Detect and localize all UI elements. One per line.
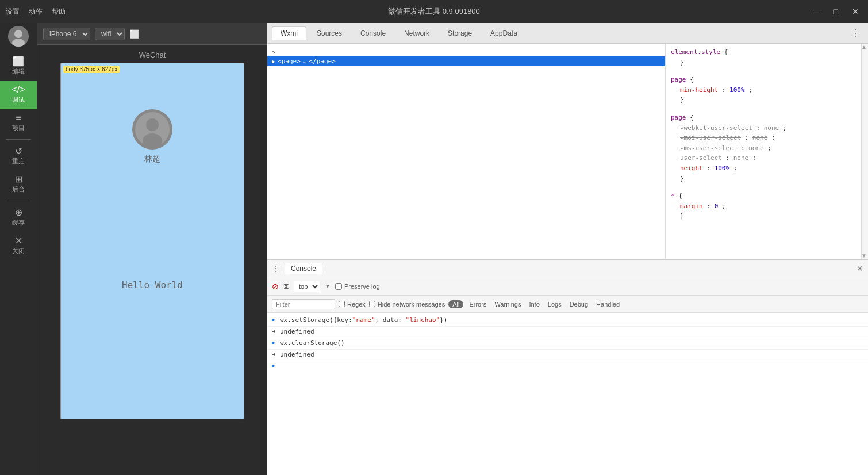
hide-network-checkbox[interactable] [369,301,375,307]
console-entry-0: ▶ wx.setStorage({key:"name", data: "linc… [267,315,868,327]
filter-all-badge[interactable]: All [448,300,463,308]
user-name: 林超 [144,154,160,164]
maximize-button[interactable]: □ [830,6,842,17]
sidebar-label-backend: 后台 [12,185,25,194]
css-prop-margin: margin : 0 ; [671,201,857,212]
devtools-panel: Wxml Sources Console Network Storage App… [267,23,868,475]
scroll-down-arrow[interactable]: ▼ [861,252,867,259]
console-tab-label[interactable]: Console [285,263,322,274]
console-entry-text-0: wx.setStorage({key:"name", data: "lincha… [280,316,447,324]
devtools-top-tabs: Wxml Sources Console Network Storage App… [267,23,868,44]
css-prop-min-height: min-height : 100% ; [671,85,857,95]
hide-network-checkbox-label[interactable]: Hide network messages [369,301,445,308]
filter-info-badge[interactable]: Info [527,300,541,308]
backend-icon: ⊞ [15,175,22,184]
tab-storage[interactable]: Storage [440,27,480,40]
css-prop-moz-user-select: -moz-user-select : none ; [671,133,857,143]
console-entry-text-2: wx.clearStorage() [280,339,345,347]
main-container: ⬜ 编辑 </> 调试 ≡ 项目 ↺ 重启 ⊞ 后台 ⊕ 缓存 [0,23,868,475]
sidebar-item-restart[interactable]: ↺ 重启 [0,142,37,170]
preserve-log-text: Preserve log [344,283,380,290]
regex-checkbox-label[interactable]: Regex [339,301,366,308]
sidebar-item-debug[interactable]: </> 调试 [0,81,37,109]
filter-errors-badge[interactable]: Errors [467,300,489,308]
avatar[interactable] [8,26,29,47]
sidebar-item-close[interactable]: ✕ 关闭 [0,232,37,260]
tab-network[interactable]: Network [396,27,437,40]
console-close-button[interactable]: ✕ [857,264,863,273]
cache-icon: ⊕ [15,208,22,217]
sidebar-item-backend[interactable]: ⊞ 后台 [0,170,37,198]
console-return-icon-0: ◀ [272,328,278,334]
screenshot-icon[interactable]: ⬜ [129,29,139,39]
filter-warnings-badge[interactable]: Warnings [492,300,523,308]
console-input-icon-0: ▶ [272,316,278,323]
sidebar-item-cache[interactable]: ⊕ 缓存 [0,204,37,232]
css-rule-page-1-close: } [671,95,857,105]
dom-expand-icon: ▶ [272,58,275,64]
css-prop-webkit-user-select: -webkit-user-select : none ; [671,123,857,133]
network-select[interactable]: wifi [95,28,125,40]
css-rule-star-close: } [671,211,857,221]
sidebar-item-inspector[interactable]: ⬜ 编辑 [0,52,37,81]
user-avatar [132,109,172,150]
devtools-more-button[interactable]: ⋮ [847,26,863,40]
console-prompt-icon: ▶ [272,362,278,369]
filter-logs-badge[interactable]: Logs [546,300,564,308]
dom-selected-row[interactable]: ▶ < page > … </ page > [267,56,665,66]
console-entry-text-3: undefined [280,351,314,358]
dom-cursor-row: ↖ [267,46,665,56]
close-button[interactable]: ✕ [848,6,862,17]
svg-point-1 [14,30,22,38]
css-prop-user-select: user-select : none ; [671,153,857,163]
tab-wxml[interactable]: Wxml [272,26,306,40]
minimize-button[interactable]: ─ [811,6,823,17]
console-content: ▶ wx.setStorage({key:"name", data: "linc… [267,313,868,475]
device-select[interactable]: iPhone 6 [43,28,90,40]
console-menu-icon[interactable]: ⋮ [272,264,280,273]
window-controls: ─ □ ✕ [811,6,862,17]
cursor-arrow-icon: ↖ [272,47,276,55]
scroll-up-arrow[interactable]: ▲ [861,44,867,50]
menu-bar: 设置 动作 帮助 [6,7,66,17]
title-bar: 设置 动作 帮助 微信开发者工具 0.9.091800 ─ □ ✕ [0,0,868,23]
sidebar-item-project[interactable]: ≡ 项目 [0,109,37,137]
dom-scrollbar[interactable]: ▲ ▼ [861,44,868,259]
close-sidebar-icon: ✕ [15,236,22,246]
regex-label: Regex [347,301,366,308]
sidebar-label-inspector: 编辑 [12,67,25,76]
phone-area: iPhone 6 wifi ⬜ WeChat body 375px × 627p… [37,23,267,475]
preserve-log-checkbox[interactable] [335,283,342,290]
phone-screen-wrapper: WeChat body 375px × 627px 林超 Hello World [55,45,250,475]
phone-screen-title: WeChat [139,51,166,59]
css-styles-panel: element.style { } page { min-height : 10… [666,44,861,259]
css-prop-ms-user-select: -ms-user-select : none ; [671,143,857,154]
stop-recording-icon[interactable]: ⊘ [272,282,279,291]
preserve-log-checkbox-label[interactable]: Preserve log [335,283,380,290]
phone-screen: body 375px × 627px 林超 Hello World [60,63,244,419]
project-icon: ≡ [16,113,21,122]
debug-icon: </> [11,85,25,94]
console-prompt-line: ▶ [267,361,868,370]
filter-handled-badge[interactable]: Handled [594,300,622,308]
filter-icon[interactable]: ⧗ [283,281,289,291]
console-filter-input[interactable] [272,299,335,309]
console-entry-1: ◀ undefined [267,327,868,338]
menu-actions[interactable]: 动作 [29,7,43,17]
tab-console-top[interactable]: Console [352,27,394,40]
console-return-icon-1: ◀ [272,351,278,357]
phone-avatar-area: 林超 [132,109,172,164]
regex-checkbox[interactable] [339,301,345,307]
tab-sources[interactable]: Sources [309,27,350,40]
hello-world-text: Hello World [122,279,183,290]
filter-debug-badge[interactable]: Debug [567,300,590,308]
sidebar-label-close: 关闭 [12,247,25,255]
phone-toolbar: iPhone 6 wifi ⬜ [37,23,267,45]
dom-css-panel: ↖ ▶ < page > … </ page > element.s [267,44,868,259]
context-select[interactable]: top [294,281,320,292]
console-entry-2: ▶ wx.clearStorage() [267,338,868,350]
menu-help[interactable]: 帮助 [52,7,66,17]
menu-settings[interactable]: 设置 [6,7,20,17]
inspector-icon: ⬜ [13,57,24,66]
tab-appdata[interactable]: AppData [482,27,525,40]
